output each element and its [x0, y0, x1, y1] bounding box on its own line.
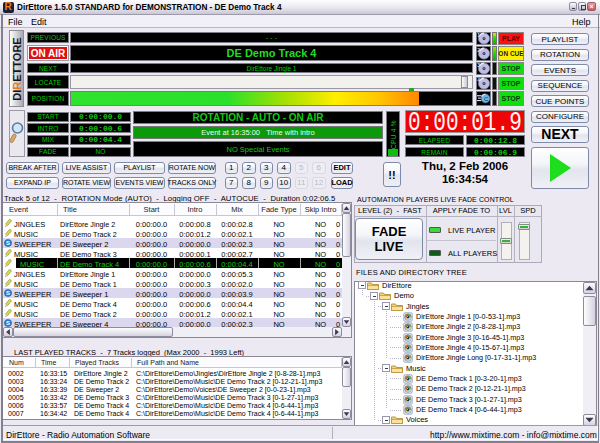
svg-text:2: 2 — [477, 47, 480, 53]
svg-text:S: S — [6, 290, 10, 296]
svg-text:C: C — [484, 96, 489, 102]
svg-text:S: S — [6, 240, 10, 246]
svg-text:1: 1 — [477, 32, 480, 38]
svg-text:3: 3 — [477, 62, 480, 68]
svg-text:S: S — [6, 320, 10, 326]
svg-text:4: 4 — [477, 77, 480, 83]
